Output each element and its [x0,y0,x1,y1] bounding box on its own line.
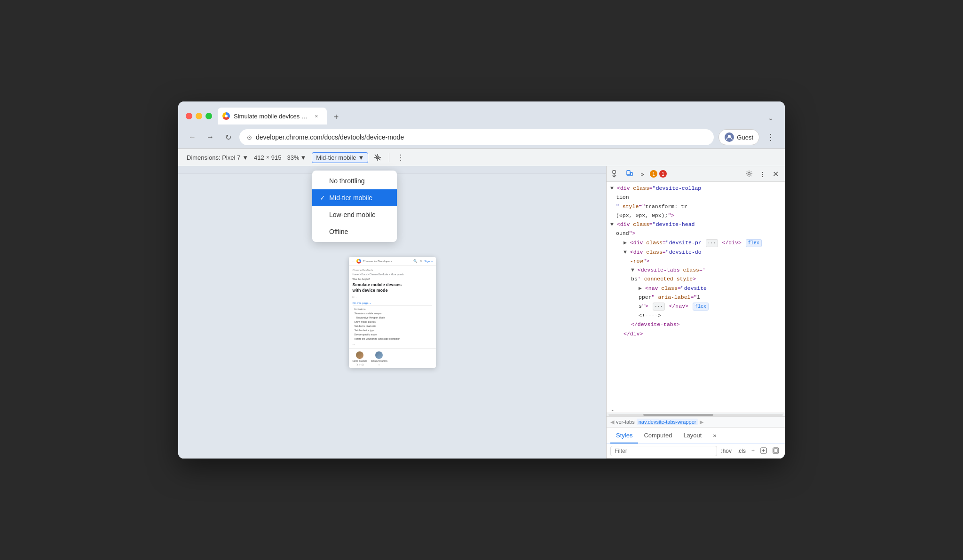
throttle-option-mid-tier[interactable]: ✓ Mid-tier mobile [312,189,397,206]
html-line-4: (0px, 0px, 0px);"> [607,211,785,220]
html-line-7: ▶ <div class="devsite-pr ··· </div> flex [607,238,785,248]
styles-filter-input[interactable] [610,446,717,456]
breadcrumb-left-arrow[interactable]: ◀ [610,419,614,425]
github-icon-2: ○ [379,363,380,366]
cls-filter-button[interactable]: .cls [735,447,748,455]
toggle-element-state-button[interactable] [771,446,781,456]
phone-chrome-icon [356,259,361,264]
breadcrumb-active-item[interactable]: nav.devsite-tabs-wrapper [637,419,698,425]
more-panels-button[interactable]: » [637,168,648,179]
throttle-option-label: Mid-tier mobile [329,194,372,202]
reload-button[interactable]: ↻ [221,131,235,144]
zoom-value: 33% [287,154,299,161]
minimize-traffic-light[interactable] [196,113,202,119]
panel-more-button[interactable]: ⋮ [757,168,768,179]
new-tab-button[interactable]: + [329,109,344,124]
add-style-button[interactable]: + [750,447,757,455]
breadcrumb-item-ver-tabs[interactable]: ver-tabs [616,419,635,425]
more-tabs-button[interactable]: » [707,428,722,443]
styles-tab[interactable]: Styles [610,428,638,443]
toc-item-5: Set the device type [353,328,432,333]
height-value[interactable]: 915 [271,154,282,161]
phone-toc-header: On this page ⌄ [353,301,432,306]
svg-rect-16 [774,449,778,452]
throttle-option-low-end[interactable]: Low-end mobile [312,206,397,223]
settings-button[interactable] [743,168,755,179]
simulated-phone: ☰ Chrome for Developers 🔍 ☀ Sign in Chro… [349,257,436,367]
dimensions-selector[interactable]: Dimensions: Pixel 7 ▼ [184,153,251,162]
phone-section: Chrome DevTools [353,269,432,272]
phone-author-1-name: Kayce Basques [353,360,367,362]
toc-item-1: Simulate a mobile viewport [353,311,432,316]
devtools-panel-toolbar: » 1 1 ⋮ ✕ [607,166,785,182]
device-toggle-button[interactable] [624,168,635,179]
html-line-11: bs' connected style> [607,274,785,283]
throttle-option-no-throttling[interactable]: No throttling [312,172,397,189]
maximize-traffic-light[interactable] [205,113,212,119]
toc-item-7: Rotate the viewport to landscape orienta… [353,337,432,341]
toc-item-4: Set device pixel ratio [353,324,432,328]
phone-toc-ellipsis: ... [353,342,432,345]
throttle-option-offline[interactable]: Offline [312,223,397,240]
throttle-selector[interactable]: Mid-tier mobile ▼ No throttling ✓ Mid-ti… [312,152,368,163]
html-content[interactable]: ▼ <div class="devsite-collap tion " styl… [607,182,785,405]
styles-filter: :hov .cls + [607,444,785,459]
phone-authors: Kayce Basques 𝕏 ○ ⊡ Sofia Emelianova ○ [349,348,436,368]
toc-item-3: Show media queries [353,320,432,324]
computed-tab[interactable]: Computed [638,428,678,443]
check-placeholder-icon [320,228,325,235]
inspect-element-button[interactable] [610,168,622,179]
throttle-option-label: Low-end mobile [329,211,376,218]
active-tab[interactable]: Simulate mobile devices with × [218,108,327,124]
toc-item-0: Limitations [353,307,432,311]
breadcrumb-right-arrow[interactable]: ▶ [700,419,703,425]
no-touch-icon[interactable] [371,151,384,164]
phone-avatar-2 [375,351,383,359]
html-line-8: ▼ <div class="devsite-do [607,248,785,257]
url-bar[interactable]: ⊙ developer.chrome.com/docs/devtools/dev… [239,129,714,145]
back-button[interactable]: ← [186,131,199,144]
width-value[interactable]: 412 [254,154,264,161]
phone-author-2-name: Sofia Emelianova [371,360,387,362]
scrollbar-track [608,414,783,416]
link-icon: ⊡ [362,363,363,366]
zoom-selector[interactable]: 33% ▼ [284,153,309,162]
html-line-3: " style="transform: tr [607,202,785,211]
throttle-option-label: No throttling [329,177,364,185]
browser-window: Simulate mobile devices with × + ⌄ ← → ↻… [178,101,785,459]
bottom-tabs: Styles Computed Layout » [607,427,785,444]
phone-top-bar: ☰ Chrome for Developers 🔍 ☀ Sign in [349,257,436,266]
throttle-dropdown: No throttling ✓ Mid-tier mobile Low-end … [312,171,397,242]
horizontal-scrollbar[interactable] [607,412,785,416]
phone-content: Chrome DevTools Home > Docs > Chrome Dev… [349,266,436,348]
close-traffic-light[interactable] [186,113,192,119]
tab-list-button[interactable]: ⌄ [764,111,777,124]
svg-point-11 [748,173,750,175]
html-line-15: <!----> [607,311,785,320]
html-line-12: ▶ <nav class="devsite [607,284,785,293]
new-style-rule-button[interactable] [758,446,769,456]
chrome-favicon-icon [222,112,230,120]
phone-hamburger-icon: ☰ [352,259,355,263]
phone-edit-icons: □ · [353,296,432,298]
profile-button[interactable]: Guest [718,129,759,145]
html-line-2: tion [607,193,785,202]
check-active-icon: ✓ [320,194,325,202]
phone-site-name: Chrome for Developers [363,260,412,263]
check-placeholder-icon [320,177,325,185]
forward-button[interactable]: → [204,131,217,144]
hov-filter-button[interactable]: :hov [719,447,734,455]
dots-indicator: ... [607,405,785,412]
throttle-option-label: Offline [329,228,348,235]
phone-author-1: Kayce Basques 𝕏 ○ ⊡ [353,351,367,366]
browser-menu-button[interactable]: ⋮ [764,131,777,144]
layout-tab[interactable]: Layout [678,428,707,443]
more-options-button[interactable]: ⋮ [394,151,407,164]
devtools-toolbar: Dimensions: Pixel 7 ▼ 412 × 915 33% ▼ Mi… [178,148,785,166]
tab-close-button[interactable]: × [313,112,320,120]
traffic-lights [186,113,212,119]
html-line-6: ound"> [607,229,785,238]
check-placeholder-icon [320,211,325,218]
phone-search-icon: 🔍 [413,259,418,263]
devtools-close-button[interactable]: ✕ [770,168,781,179]
